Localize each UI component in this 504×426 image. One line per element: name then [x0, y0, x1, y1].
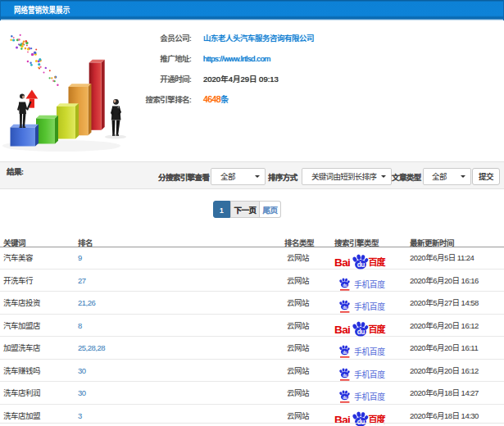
svg-text:du: du: [343, 373, 347, 377]
svg-text:du: du: [343, 306, 347, 310]
svg-text:du: du: [356, 261, 365, 269]
svg-text:du: du: [343, 351, 347, 355]
svg-text:du: du: [343, 283, 347, 287]
svg-text:du: du: [356, 329, 365, 336]
svg-text:du: du: [343, 396, 347, 400]
